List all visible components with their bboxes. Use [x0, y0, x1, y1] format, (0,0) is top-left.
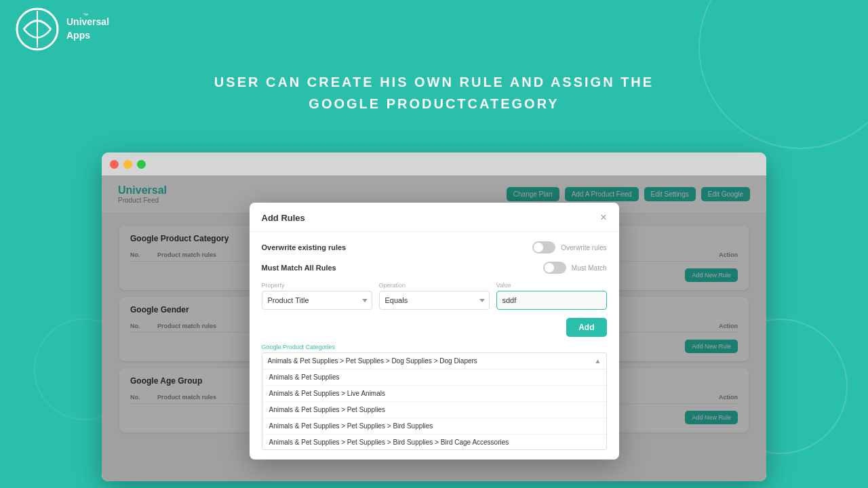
app-content: Universal Product Feed Change Plan Add A… — [102, 176, 766, 481]
headline-line2: GOOGLE PRODUCTCATEGORY — [0, 93, 868, 115]
value-field-group: Value — [496, 282, 607, 310]
overwrite-right: Overwrite rules — [532, 241, 606, 253]
add-button[interactable]: Add — [566, 318, 606, 337]
dropdown-item-2[interactable]: Animals & Pet Supplies > Pet Supplies — [262, 402, 606, 418]
property-field-group: Property Product TitleProduct SKUProduct… — [262, 282, 372, 310]
modal-close-button[interactable]: × — [600, 212, 606, 223]
gpc-input-wrapper: ▲ — [262, 352, 607, 369]
dropdown-item-4[interactable]: Animals & Pet Supplies > Pet Supplies > … — [262, 434, 606, 450]
modal-add-rules: Add Rules × Overwrite existing rules Ove… — [250, 203, 619, 460]
overwrite-toggle-label: Overwrite rules — [561, 244, 606, 251]
browser-content: Universal Product Feed Change Plan Add A… — [102, 176, 766, 481]
gpc-label: Google Product Categories — [262, 344, 607, 350]
operation-select[interactable]: EqualsContainsStarts withEnds with — [379, 291, 490, 310]
logo-icon — [14, 5, 61, 53]
must-match-row: Must Match All Rules Must Match — [262, 262, 607, 274]
dropdown-item-0[interactable]: Animals & Pet Supplies — [262, 369, 606, 386]
operation-field-group: Operation EqualsContainsStarts withEnds … — [379, 282, 490, 310]
must-match-toggle-label: Must Match — [572, 264, 607, 272]
gpc-input[interactable] — [262, 352, 607, 369]
operation-label: Operation — [379, 282, 490, 289]
logo-area: Universal Apps ™ — [14, 5, 109, 53]
overwrite-label: Overwrite existing rules — [262, 243, 347, 251]
modal-header: Add Rules × — [250, 203, 619, 232]
value-label: Value — [496, 282, 607, 289]
fields-row: Property Product TitleProduct SKUProduct… — [262, 282, 607, 310]
must-match-label: Must Match All Rules — [262, 264, 336, 272]
headline-line1: USER CAN CREATE HIS OWN RULE AND ASSIGN … — [0, 71, 868, 93]
overwrite-toggle[interactable] — [532, 241, 555, 253]
dropdown-item-1[interactable]: Animals & Pet Supplies > Live Animals — [262, 386, 606, 402]
headline: USER CAN CREATE HIS OWN RULE AND ASSIGN … — [0, 71, 868, 115]
logo-text: Universal Apps — [66, 16, 109, 42]
gpc-section: Google Product Categories ▲ Animals & Pe… — [262, 344, 607, 450]
value-input[interactable] — [496, 291, 607, 310]
modal-overlay: Add Rules × Overwrite existing rules Ove… — [102, 176, 766, 481]
logo-tm: ™ — [83, 12, 88, 18]
browser-titlebar — [102, 152, 766, 176]
modal-body: Overwrite existing rules Overwrite rules… — [250, 232, 619, 460]
must-match-right: Must Match — [543, 262, 607, 274]
traffic-light-yellow[interactable] — [123, 160, 132, 169]
traffic-light-green[interactable] — [137, 160, 146, 169]
modal-title: Add Rules — [262, 213, 305, 223]
browser-window: Universal Product Feed Change Plan Add A… — [102, 152, 766, 481]
add-btn-row: Add — [262, 318, 607, 337]
overwrite-rules-row: Overwrite existing rules Overwrite rules — [262, 241, 607, 253]
dropdown-item-3[interactable]: Animals & Pet Supplies > Pet Supplies > … — [262, 418, 606, 434]
property-select[interactable]: Product TitleProduct SKUProduct Type — [262, 291, 372, 310]
gpc-arrow-icon: ▲ — [595, 357, 601, 365]
property-label: Property — [262, 282, 372, 289]
gpc-dropdown[interactable]: Animals & Pet Supplies Animals & Pet Sup… — [262, 369, 607, 450]
traffic-light-red[interactable] — [110, 160, 119, 169]
must-match-toggle[interactable] — [543, 262, 566, 274]
